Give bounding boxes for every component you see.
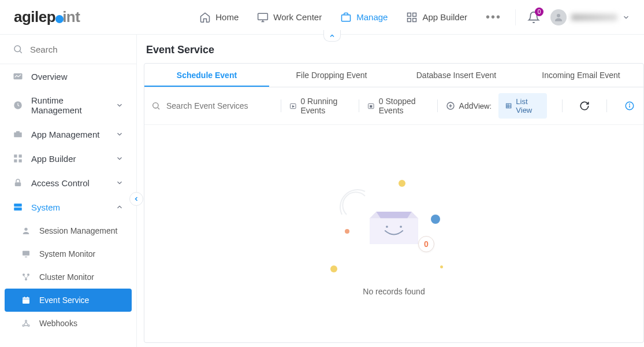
stop-calendar-icon [367,101,375,110]
chevron-down-icon [116,130,124,138]
chevron-down-icon [116,154,124,163]
empty-text: No records found [363,287,425,296]
clock-icon [13,100,23,110]
svg-rect-16 [19,154,22,157]
box-icon [368,212,420,249]
nav-manage[interactable]: Manage [340,12,388,23]
sidebar-sub-label: Cluster Monitor [39,272,94,282]
notifications-button[interactable]: 0 [527,11,540,24]
empty-illustration: 0 [336,171,452,275]
nav-work-center[interactable]: Work Center [257,12,322,23]
topbar-collapse-button[interactable] [323,30,341,42]
tab-label: Database Insert Event [416,71,497,80]
stopped-events-button[interactable]: 0 Stopped Events [367,97,429,115]
svg-point-32 [25,320,27,322]
tab-file-dropping[interactable]: File Dropping Event [269,64,394,87]
chevron-down-icon [116,101,124,109]
info-button[interactable] [622,97,636,115]
empty-count-badge: 0 [418,236,434,252]
running-events-label: 0 Running Events [300,97,351,115]
chevron-up-icon [329,32,336,39]
add-button[interactable]: Add [446,101,474,110]
sidebar-sub-label: Webhooks [39,319,77,328]
view-label: View: [473,102,492,110]
sidebar-sub-cluster-monitor[interactable]: Cluster Monitor [0,265,136,289]
notification-badge: 0 [535,8,544,16]
svg-rect-3 [342,14,351,21]
toolbar-search[interactable] [151,101,273,110]
svg-rect-18 [19,160,22,163]
sidebar-item-label: System [31,202,60,212]
sidebar-sub-webhooks[interactable]: Webhooks [0,312,136,335]
page-title: Event Service [144,42,644,63]
monitor-icon [257,12,269,23]
toolbar-search-input[interactable] [166,101,253,110]
info-icon [624,101,635,111]
svg-point-8 [557,14,560,17]
tab-incoming-email[interactable]: Incoming Email Event [519,64,643,87]
briefcase-icon [13,129,23,139]
add-label: Add [459,101,474,110]
tab-database-insert[interactable]: Database Insert Event [394,64,519,87]
svg-point-33 [23,325,24,327]
svg-rect-15 [14,154,17,157]
refresh-icon [579,101,590,111]
dot-icon [399,180,405,187]
svg-rect-0 [258,13,268,20]
svg-point-50 [629,104,630,105]
webhook-icon [21,318,31,328]
refresh-button[interactable] [578,97,592,115]
dot-icon [345,229,349,234]
nav-work-center-label: Work Center [273,12,322,22]
monitor-icon [21,249,31,259]
logo[interactable]: agilepint [14,8,80,26]
user-menu[interactable] [550,9,630,25]
sidebar-item-access-control[interactable]: Access Control [0,171,136,195]
sidebar-item-runtime[interactable]: Runtime Management [0,88,136,122]
nav-app-builder-label: App Builder [422,12,467,22]
dot-icon [440,265,443,268]
sidebar-item-label: App Management [31,130,99,139]
server-icon [13,202,23,212]
nav-more-button[interactable]: ••• [486,10,501,24]
sidebar-sub-session[interactable]: Session Management [0,219,136,242]
sidebar-sub-event-service[interactable]: Event Service [5,289,132,312]
sidebar-item-app-builder[interactable]: App Builder [0,146,136,171]
sidebar-search[interactable] [0,35,136,64]
svg-rect-14 [16,131,20,132]
search-icon [13,44,23,54]
search-icon [151,101,161,110]
list-view-button[interactable]: List View [498,93,547,119]
logo-text-a: agilep [14,8,55,25]
svg-point-54 [386,226,388,228]
grid-icon [13,153,23,164]
user-name-label [571,14,617,21]
svg-line-10 [20,51,21,53]
svg-point-55 [400,226,402,228]
sidebar-item-label: Access Control [31,178,90,188]
sidebar-sub-label: Session Management [39,226,117,235]
sidebar-item-overview[interactable]: Overview [0,64,136,88]
nav-home-label: Home [215,12,239,22]
sidebar-item-system[interactable]: System [0,195,136,219]
sidebar-item-app-management[interactable]: App Management [0,122,136,146]
running-events-button[interactable]: 0 Running Events [289,97,351,115]
separator [437,99,438,112]
chevron-up-icon [116,203,124,211]
tab-schedule-event[interactable]: Schedule Event [144,64,269,87]
chevron-down-icon [116,179,124,187]
sidebar-sub-system-monitor[interactable]: System Monitor [0,242,136,265]
nav-home[interactable]: Home [199,12,239,23]
chart-icon [13,71,23,82]
avatar-icon [550,9,567,25]
svg-rect-6 [408,18,411,21]
sidebar-search-input[interactable] [30,45,111,54]
svg-line-36 [158,108,159,109]
sidebar-item-label: Overview [31,72,68,82]
sidebar-collapse-button[interactable] [129,192,143,206]
svg-point-26 [27,274,29,276]
svg-point-25 [23,274,25,276]
play-calendar-icon [289,101,297,110]
nav-app-builder[interactable]: App Builder [406,12,467,23]
separator [562,99,563,112]
